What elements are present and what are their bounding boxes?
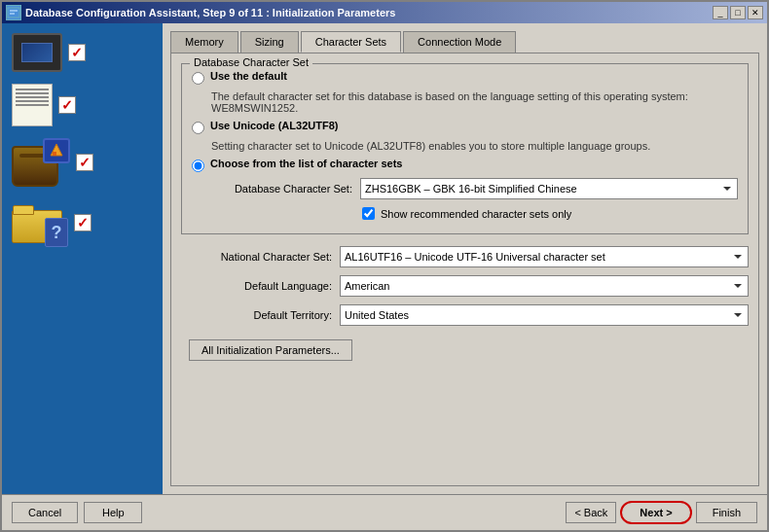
show-recommended-label: Show recommended character sets only: [381, 208, 571, 220]
db-charset-field-row: Database Character Set: ZHS16GBK – GBK 1…: [211, 178, 738, 199]
radio-use-default[interactable]: [192, 72, 204, 85]
app-icon: [6, 5, 21, 20]
footer-bar: Cancel Help < Back Next > Finish: [2, 494, 767, 530]
default-language-label: Default Language:: [181, 280, 332, 292]
tab-sizing[interactable]: Sizing: [240, 31, 299, 53]
tab-charsets[interactable]: Character Sets: [301, 31, 401, 53]
db-charset-select[interactable]: ZHS16GBK – GBK 16-bit Simplified Chinese: [360, 178, 738, 199]
radio-use-unicode-label: Use Unicode (AL32UTF8): [210, 120, 338, 131]
icon-item-chip: ✓: [12, 33, 153, 72]
show-recommended-row: Show recommended character sets only: [362, 207, 738, 220]
icon-item-doc: ✓: [12, 84, 153, 126]
tab-connmode[interactable]: Connection Mode: [403, 31, 516, 53]
radio-use-unicode[interactable]: [192, 122, 204, 134]
title-bar-buttons: _ □ ✕: [713, 6, 763, 19]
footer-left-buttons: Cancel Help: [12, 502, 142, 523]
all-params-bar: All Initialization Parameters...: [181, 334, 749, 367]
radio-choose-list[interactable]: [192, 160, 204, 172]
checkmark-chip: ✓: [71, 45, 83, 60]
radio-use-default-row: Use the default: [192, 70, 738, 85]
minimize-button[interactable]: _: [713, 6, 728, 19]
national-charset-row: National Character Set: AL16UTF16 – Unic…: [181, 246, 749, 267]
radio-use-default-label: Use the default: [210, 70, 287, 82]
title-bar-left: Database Configuration Assistant, Step 9…: [6, 5, 395, 20]
geo-icon: [43, 138, 70, 163]
radio-choose-list-label: Choose from the list of character sets: [210, 158, 402, 169]
tab-memory[interactable]: Memory: [170, 31, 238, 53]
checkmark-doc: ✓: [61, 97, 73, 113]
cancel-button[interactable]: Cancel: [12, 502, 78, 523]
default-territory-select[interactable]: United States: [340, 304, 749, 326]
checkmark-barrel: ✓: [79, 155, 91, 170]
footer-right-buttons: < Back Next > Finish: [566, 501, 757, 524]
show-recommended-checkbox[interactable]: [362, 207, 375, 220]
back-button[interactable]: < Back: [566, 502, 616, 523]
db-charset-group-title: Database Character Set: [190, 56, 312, 68]
default-territory-row: Default Territory: United States: [181, 304, 749, 326]
default-language-select[interactable]: American: [340, 275, 749, 297]
next-btn-wrapper: Next >: [620, 501, 691, 524]
icon-item-barrel: ✓: [12, 138, 153, 187]
chip-icon: [12, 33, 62, 72]
close-button[interactable]: ✕: [748, 6, 763, 19]
default-language-row: Default Language: American: [181, 275, 749, 297]
national-charset-select[interactable]: AL16UTF16 – Unicode UTF-16 Universal cha…: [340, 246, 749, 267]
checkmark-folder: ✓: [77, 215, 89, 231]
national-charset-label: National Character Set:: [181, 251, 332, 263]
title-bar: Database Configuration Assistant, Step 9…: [2, 2, 767, 23]
checkbox-doc: ✓: [58, 96, 76, 114]
maximize-button[interactable]: □: [730, 6, 746, 19]
use-default-desc: The default character set for this datab…: [211, 90, 738, 114]
svg-rect-4: [53, 152, 56, 156]
svg-rect-1: [10, 10, 18, 12]
question-icon: ?: [45, 218, 68, 247]
left-panel: ✓ ✓: [2, 23, 163, 494]
main-window: Database Configuration Assistant, Step 9…: [0, 0, 769, 532]
radio-use-unicode-row: Use Unicode (AL32UTF8): [192, 120, 738, 134]
right-panel: Memory Sizing Character Sets Connection …: [163, 23, 767, 494]
checkbox-folder: ✓: [74, 214, 92, 231]
checkbox-barrel: ✓: [76, 154, 93, 171]
icon-item-folder: ? ✓: [12, 198, 153, 247]
default-territory-label: Default Territory:: [181, 309, 332, 321]
db-charset-label: Database Character Set:: [211, 183, 352, 195]
main-content: ✓ ✓: [2, 23, 767, 494]
db-charset-group: Database Character Set Use the default T…: [181, 63, 749, 234]
tabs: Memory Sizing Character Sets Connection …: [170, 31, 759, 53]
finish-button[interactable]: Finish: [696, 502, 757, 523]
checkbox-chip: ✓: [68, 44, 86, 61]
svg-rect-2: [10, 13, 15, 15]
next-button[interactable]: Next >: [620, 501, 691, 524]
radio-choose-list-row: Choose from the list of character sets: [192, 158, 738, 172]
all-params-button[interactable]: All Initialization Parameters...: [189, 339, 352, 361]
window-title: Database Configuration Assistant, Step 9…: [25, 7, 395, 18]
use-unicode-desc: Setting character set to Unicode (AL32UT…: [211, 140, 738, 152]
help-button[interactable]: Help: [84, 502, 142, 523]
doc-icon: [12, 84, 53, 126]
panel-content: Database Character Set Use the default T…: [170, 53, 759, 486]
